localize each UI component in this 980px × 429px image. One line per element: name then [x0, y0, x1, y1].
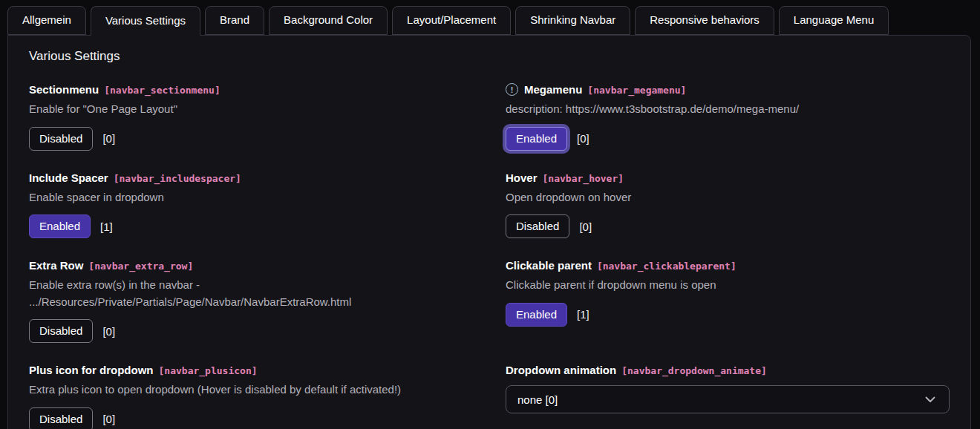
setting-dropdown-animation: Dropdown animation [navbar_dropdown_anim…	[506, 364, 950, 413]
setting-title: Hover	[506, 171, 538, 184]
setting-field-key: [navbar_megamenu]	[587, 85, 686, 96]
setting-megamenu: ! Megamenu [navbar_megamenu] description…	[506, 83, 950, 151]
setting-clickable-parent: Clickable parent [navbar_clickableparent…	[506, 259, 950, 327]
setting-title: Dropdown animation	[506, 364, 616, 376]
setting-value-count: [0]	[102, 132, 115, 145]
extra-row-toggle-button[interactable]: Disabled	[29, 319, 93, 343]
setting-value-count: [0]	[579, 220, 592, 233]
clickable-parent-toggle-button[interactable]: Enabled	[506, 303, 567, 327]
setting-field-key: [navbar_extra_row]	[88, 261, 193, 272]
sectionmenu-toggle-button[interactable]: Disabled	[29, 127, 93, 151]
setting-include-spacer: Include Spacer [navbar_includespacer] En…	[29, 171, 473, 239]
tab-language-menu[interactable]: Language Menu	[779, 6, 889, 35]
setting-field-key: [navbar_clickableparent]	[597, 261, 736, 272]
tab-background-color[interactable]: Background Color	[269, 6, 388, 35]
setting-sectionmenu: Sectionmenu [navbar_sectionmenu] Enable …	[29, 83, 473, 151]
include-spacer-toggle-button[interactable]: Enabled	[29, 214, 91, 238]
setting-value-count: [0]	[102, 413, 115, 425]
setting-field-key: [navbar_sectionmenu]	[104, 85, 220, 96]
tab-shrinking-navbar[interactable]: Shrinking Navbar	[515, 6, 630, 35]
settings-grid: Sectionmenu [navbar_sectionmenu] Enable …	[29, 83, 950, 429]
setting-plus-icon: Plus icon for dropdown [navbar_plusicon]…	[29, 364, 473, 429]
dropdown-animation-select[interactable]: none [0]	[506, 385, 950, 413]
setting-value-count: [0]	[102, 325, 115, 338]
setting-field-key: [navbar_hover]	[543, 173, 624, 184]
setting-title: Sectionmenu	[29, 83, 99, 96]
megamenu-toggle-button[interactable]: Enabled	[506, 127, 567, 151]
tab-brand[interactable]: Brand	[205, 6, 264, 35]
tab-allgemein[interactable]: Allgemein	[7, 6, 86, 35]
settings-tab-bar: Allgemein Various Settings Brand Backgro…	[0, 0, 980, 35]
setting-value-count: [1]	[577, 308, 589, 321]
tab-responsive-behaviors[interactable]: Responsive behaviors	[635, 6, 774, 35]
setting-field-key: [navbar_includespacer]	[114, 173, 241, 184]
chevron-down-icon	[925, 396, 935, 403]
setting-title: Megamenu	[524, 83, 582, 96]
setting-extra-row: Extra Row [navbar_extra_row] Enable extr…	[29, 259, 473, 343]
tab-various-settings[interactable]: Various Settings	[91, 6, 200, 36]
setting-description: Enable for "One Page Layout"	[29, 101, 467, 118]
select-value: none [0]	[517, 393, 558, 406]
page-title: Various Settings	[29, 49, 950, 64]
plus-icon-toggle-button[interactable]: Disabled	[29, 407, 93, 429]
setting-description: Enable spacer in dropdown	[29, 189, 467, 206]
setting-description: description: https://www.t3sbootstrap.de…	[506, 101, 944, 118]
info-icon: !	[506, 83, 518, 96]
tab-layout-placement[interactable]: Layout/Placement	[392, 6, 511, 35]
setting-title: Include Spacer	[29, 171, 108, 184]
setting-field-key: [navbar_dropdown_animate]	[621, 365, 767, 376]
setting-value-count: [1]	[100, 220, 113, 233]
setting-field-key: [navbar_plusicon]	[159, 365, 258, 376]
setting-title: Plus icon for dropdown	[29, 364, 154, 376]
setting-description: Open dropdown on hover	[506, 189, 944, 206]
setting-description: Extra plus icon to open dropdown (Hover …	[29, 381, 467, 399]
setting-title: Extra Row	[29, 259, 83, 272]
setting-hover: Hover [navbar_hover] Open dropdown on ho…	[506, 171, 950, 239]
setting-value-count: [0]	[577, 132, 589, 145]
setting-description: Enable extra row(s) in the navbar - .../…	[29, 277, 467, 310]
setting-title: Clickable parent	[506, 259, 592, 272]
various-settings-panel: Various Settings Sectionmenu [navbar_sec…	[7, 35, 971, 429]
setting-description: Clickable parent if dropdown menu is ope…	[506, 277, 944, 294]
hover-toggle-button[interactable]: Disabled	[506, 214, 569, 238]
